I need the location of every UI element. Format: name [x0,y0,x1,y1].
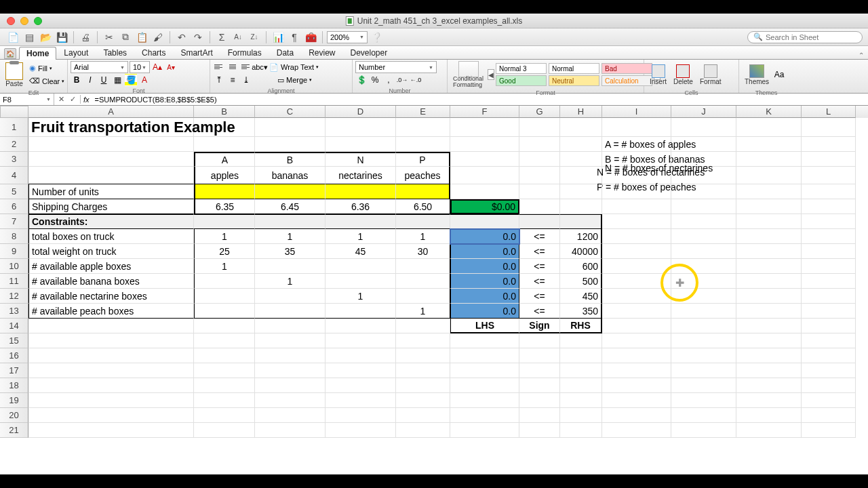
minimize-window-button[interactable] [20,17,28,25]
row-header[interactable]: 3 [0,152,28,167]
merge-button[interactable]: ▭Merge▾ [275,74,314,86]
tab-smartart[interactable]: SmartArt [173,46,220,59]
close-window-button[interactable] [7,17,15,25]
cell[interactable]: Constraints: [28,214,194,229]
styles-prev-button[interactable]: ◀ [488,69,494,80]
style-normal[interactable]: Normal [549,63,599,74]
col-header-g[interactable]: G [519,106,560,118]
search-input[interactable] [766,33,856,41]
tab-tables[interactable]: Tables [96,46,134,59]
style-neutral[interactable]: Neutral [549,75,599,86]
number-format-select[interactable]: Number [355,61,437,73]
col-header-k[interactable]: K [736,106,802,118]
row-header[interactable]: 1 [0,118,28,137]
tab-charts[interactable]: Charts [134,46,173,59]
cell[interactable]: Shipping Charges [28,199,194,214]
cell[interactable]: A = # boxes of apples [602,137,671,152]
toolbox-icon[interactable]: 🧰 [303,30,318,44]
increase-font-icon[interactable]: A▴ [151,61,163,73]
col-header-c[interactable]: C [255,106,326,118]
row-header[interactable]: 2 [0,137,28,152]
collapse-ribbon-icon[interactable]: ⌃ [859,52,864,59]
cell[interactable]: bananas [255,167,326,184]
col-header-h[interactable]: H [560,106,602,118]
decrease-font-icon[interactable]: A▾ [165,61,177,73]
show-hide-icon[interactable]: ¶ [287,30,302,44]
insert-cells-button[interactable]: Insert [647,61,669,88]
theme-colors-button[interactable]: Aa [773,68,785,81]
wrap-text-button[interactable]: 📄Wrap Text▾ [267,61,321,73]
col-header-i[interactable]: I [602,106,671,118]
row-header[interactable]: 11 [0,274,28,289]
italic-button[interactable]: I [84,74,96,86]
themes-button[interactable]: Themes [742,61,772,88]
legend-n[interactable]: N = # boxes of nectarines [597,167,705,178]
orientation-button[interactable]: abc▾ [254,61,266,73]
row-header[interactable]: 12 [0,289,28,304]
col-header-l[interactable]: L [802,106,856,118]
align-right-button[interactable] [240,61,252,72]
fill-color-button[interactable]: 🪣 [125,74,137,86]
cell[interactable]: 6.36 [326,199,396,214]
align-bottom-button[interactable]: ⤓ [240,74,252,86]
cell[interactable]: A [194,152,255,167]
row-header[interactable]: 13 [0,304,28,319]
tab-home[interactable]: Home [19,47,56,60]
paste-button[interactable]: Paste [3,61,26,88]
row-header[interactable]: 9 [0,244,28,259]
new-workbook-icon[interactable]: 📄 [5,30,20,44]
align-top-button[interactable]: ⤒ [213,74,225,86]
row-header[interactable]: 10 [0,259,28,274]
print-icon[interactable]: 🖨 [78,30,93,44]
currency-button[interactable]: 💲 [355,74,368,86]
cell[interactable] [255,184,326,199]
tab-formulas[interactable]: Formulas [220,46,269,59]
cell[interactable]: $0.00 [450,199,519,214]
select-all-corner[interactable] [0,106,28,118]
fx-icon[interactable]: fx [81,96,92,104]
search-in-sheet[interactable]: 🔍 [747,31,863,43]
format-cells-button[interactable]: Format [697,61,724,88]
cell[interactable]: N [326,152,396,167]
zoom-select[interactable]: 200% [327,31,368,43]
row-header[interactable]: 6 [0,199,28,214]
spreadsheet-grid[interactable]: 1 Fruit transportation Example 2 A = # b… [0,118,868,438]
row-header[interactable]: 14 [0,319,28,333]
comma-button[interactable]: , [382,74,395,86]
percent-button[interactable]: % [369,74,381,86]
align-left-button[interactable] [213,61,225,72]
cell[interactable] [396,184,450,199]
delete-cells-button[interactable]: Delete [671,61,696,88]
font-name-select[interactable]: Arial [71,61,128,73]
accept-formula-icon[interactable]: ✓ [70,95,76,104]
cut-icon[interactable]: ✂ [102,30,117,44]
style-good[interactable]: Good [496,75,547,86]
cell[interactable]: Number of units [28,184,194,199]
cell[interactable]: apples [194,167,255,184]
cell[interactable]: 6.50 [396,199,450,214]
col-header-b[interactable]: B [194,106,255,118]
cell[interactable]: nectarines [326,167,396,184]
cell[interactable]: Fruit transportation Example [28,118,194,137]
redo-icon[interactable]: ↷ [191,30,205,44]
cell[interactable]: P [396,152,450,167]
cell[interactable]: 6.35 [194,199,255,214]
conditional-formatting-button[interactable]: Conditional Formatting [450,61,486,88]
col-header-a[interactable]: A [28,106,194,118]
col-header-f[interactable]: F [450,106,519,118]
chart-gallery-icon[interactable]: 📊 [271,30,285,44]
col-header-d[interactable]: D [326,106,396,118]
sort-za-icon[interactable]: Z↓ [247,30,262,44]
home-icon-button[interactable]: 🏠 [4,48,16,59]
paste-icon[interactable]: 📋 [134,30,149,44]
cell[interactable]: total boxes on truck [28,229,194,244]
open-icon[interactable]: 📂 [38,30,53,44]
cell[interactable]: peaches [396,167,450,184]
font-color-button[interactable]: A [138,74,151,86]
active-cell[interactable]: 0.0 [450,229,519,244]
help-icon[interactable]: ❔ [369,30,384,44]
underline-button[interactable]: U [98,74,110,86]
copy-icon[interactable]: ⧉ [118,30,133,44]
font-size-select[interactable]: 10 [130,61,150,73]
col-header-e[interactable]: E [396,106,450,118]
